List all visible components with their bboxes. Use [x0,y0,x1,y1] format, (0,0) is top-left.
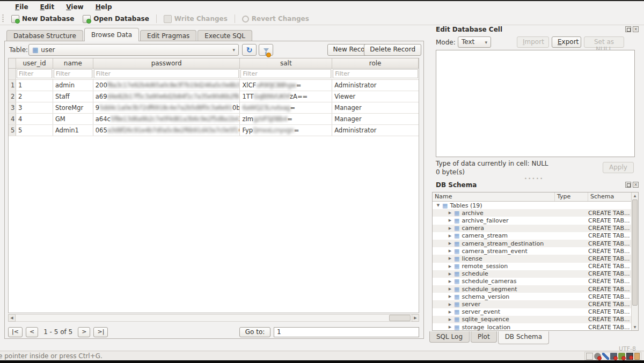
tree-column-type[interactable]: Type [555,192,588,201]
tab-db-schema[interactable]: DB Schema [498,331,550,344]
menu-view[interactable]: View [61,2,89,12]
first-record-button[interactable]: |< [8,327,23,337]
toolbar-grip[interactable] [2,14,4,23]
filter-input-salt[interactable] [240,69,331,78]
save-icon[interactable] [610,353,617,360]
tree-item-schedule_segment[interactable]: ▶▦schedule_segmentCREATE TAB... [433,285,638,293]
chevron-down-icon[interactable]: ▼ [436,203,441,208]
tree-item-tables-root[interactable]: ▼▦Tables (19) [433,202,638,209]
table-row[interactable]: 2 2 Staff a69d4e82b17f5c3a90e6d2b84f1c7a… [9,91,419,102]
goto-button[interactable]: Go to: [239,327,270,337]
tree-item-camera_stream_event[interactable]: ▶▦camera_stream_eventCREATE TAB... [433,247,638,255]
tree-item-sqlite_sequence[interactable]: ▶▦sqlite_sequenceCREATE TAB... [433,316,638,323]
export-button[interactable]: Export [552,36,581,48]
revert-changes-button[interactable]: Revert Changes [238,14,313,24]
chevron-right-icon[interactable]: ▶ [448,317,452,322]
menu-file[interactable]: File [10,2,34,12]
scrollbar-thumb[interactable] [389,315,411,321]
column-header-role[interactable]: role [332,58,419,68]
tree-item-server[interactable]: ▶▦serverCREATE TAB... [433,300,638,308]
scroll-right-icon[interactable]: ▶ [412,314,419,322]
chevron-right-icon[interactable]: ▶ [448,218,452,223]
filter-input-role[interactable] [333,69,418,78]
tree-item-server_event[interactable]: ▶▦server_eventCREATE TAB... [433,308,638,316]
table-selector[interactable]: ▦ user ▾ [28,44,239,56]
chevron-right-icon[interactable]: ▶ [448,279,452,284]
open-database-button[interactable]: Open Database [78,14,153,24]
tree-item-license[interactable]: ▶▦licenseCREATE TAB... [433,255,638,262]
filter-input-password[interactable] [94,69,239,78]
set-as-null-button[interactable]: Set as NULL [584,36,624,48]
new-database-button[interactable]: New Database [7,14,78,24]
scroll-down-icon[interactable]: ▼ [632,324,638,330]
close-icon[interactable]: × [633,26,639,32]
table-row[interactable]: 1 1 admin 200f8a3c17e92b4d65a0c8e3f7b19d… [9,80,419,91]
tree-vertical-scrollbar[interactable]: ▲ ▼ [631,192,638,330]
column-header-salt[interactable]: salt [240,58,332,68]
tree-item-camera_stream[interactable]: ▶▦camera_streamCREATE TAB... [433,232,638,240]
last-record-button[interactable]: >| [93,327,108,337]
dock-splitter-handle[interactable]: ••••• [427,176,641,181]
delete-record-button[interactable]: Delete Record [364,44,421,56]
chevron-right-icon[interactable]: ▶ [448,272,452,276]
tree-item-schedule[interactable]: ▶▦scheduleCREATE TAB... [433,270,638,278]
table-row[interactable]: 3 3 StoreMgr 95dd4c1a0e3b72df6918c4e7a2b… [9,102,419,114]
tab-browse-data[interactable]: Browse Data [84,28,139,41]
filter-input-user_id[interactable] [17,69,52,78]
import-button[interactable]: Import [517,36,549,48]
undock-icon[interactable] [625,26,631,32]
goto-record-input[interactable] [274,327,419,337]
refresh-button[interactable]: ↻ [242,44,257,56]
tab-database-structure[interactable]: Database Structure [6,30,83,41]
scroll-left-icon[interactable]: ◀ [8,314,16,322]
tree-item-camera_stream_destination[interactable]: ▶▦camera_stream_destinationCREATE TAB... [433,240,638,247]
filter-input-name[interactable] [54,69,92,78]
column-header-name[interactable]: name [53,58,93,68]
mode-selector[interactable]: Text ▾ [458,36,491,48]
tree-item-schedule_cameras[interactable]: ▶▦schedule_camerasCREATE TAB... [433,278,638,285]
scroll-up-icon[interactable]: ▲ [632,192,638,199]
file-icon[interactable] [634,353,640,360]
display-icon[interactable] [626,353,633,360]
chevron-right-icon[interactable]: ▶ [448,241,452,246]
chevron-right-icon[interactable]: ▶ [448,287,452,291]
tab-plot[interactable]: Plot [471,331,497,343]
prev-record-button[interactable]: < [26,327,38,337]
clear-filters-button[interactable] [259,44,273,56]
tree-item-camera[interactable]: ▶▦cameraCREATE TAB... [433,225,638,232]
chevron-right-icon[interactable]: ▶ [448,249,452,253]
tree-item-storage_location[interactable]: ▶▦storage_locationCREATE TAB... [433,323,638,331]
grid-horizontal-scrollbar[interactable]: ◀ ▶ [8,314,419,322]
chevron-right-icon[interactable]: ▶ [448,302,452,307]
tree-item-archive_failover[interactable]: ▶▦archive_failoverCREATE TAB... [433,217,638,224]
chevron-right-icon[interactable]: ▶ [448,310,452,314]
tree-column-name[interactable]: Name [433,192,555,201]
tab-edit-pragmas[interactable]: Edit Pragmas [140,30,196,41]
write-changes-button[interactable]: Write Changes [159,14,232,24]
chevron-right-icon[interactable]: ▶ [448,234,452,238]
tree-item-remote_session[interactable]: ▶▦remote_sessionCREATE TAB... [433,263,638,270]
tab-sql-log[interactable]: SQL Log [429,331,470,343]
column-header-user_id[interactable]: user_id [16,58,53,68]
menu-edit[interactable]: Edit [35,2,60,12]
package-icon[interactable] [618,353,625,360]
chevron-right-icon[interactable]: ▶ [448,294,452,299]
tree-item-schema_version[interactable]: ▶▦schema_versionCREATE TAB... [433,293,638,300]
chevron-right-icon[interactable]: ▶ [448,226,452,231]
chevron-right-icon[interactable]: ▶ [448,256,452,261]
apply-button[interactable]: Apply [603,162,634,173]
status-circle-icon[interactable] [594,353,601,360]
cell-editor-textarea[interactable] [436,50,635,157]
chevron-right-icon[interactable]: ▶ [448,264,452,269]
chevron-right-icon[interactable]: ▶ [448,211,452,215]
chevron-right-icon[interactable]: ▶ [448,325,452,329]
key-icon[interactable] [602,353,609,360]
table-row[interactable]: 5 5 Admin1 065a3d8f26c91e4b7d0a5c8e2f6b9… [9,125,419,136]
table-row[interactable]: 4 4 GM a64c5f8e13d6a9b2c7e0f4d81a3b6c9e2… [9,114,419,125]
tree-item-archive[interactable]: ▶▦archiveCREATE TAB... [433,209,638,217]
window-icon[interactable] [586,353,593,360]
tab-execute-sql[interactable]: Execute SQL [197,30,252,41]
next-record-button[interactable]: > [78,327,90,337]
close-icon[interactable]: × [633,182,639,188]
undock-icon[interactable] [625,182,631,188]
